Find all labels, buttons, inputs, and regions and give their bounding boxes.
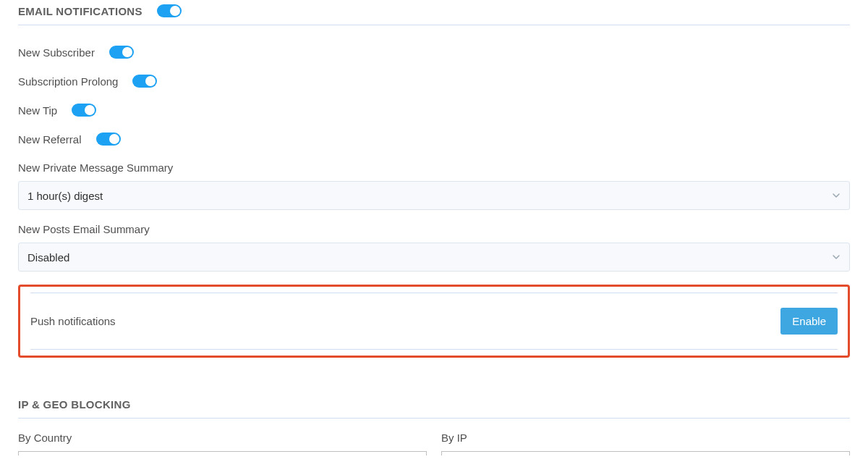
new-referral-toggle[interactable] — [96, 133, 121, 146]
toggle-knob-icon — [122, 47, 132, 57]
geo-columns: By Country By IP — [18, 432, 850, 455]
toggle-knob-icon — [109, 134, 119, 144]
toggle-knob-icon — [145, 76, 156, 86]
new-subscriber-row: New Subscriber — [18, 38, 850, 67]
subscription-prolong-toggle[interactable] — [132, 75, 157, 88]
by-ip-input[interactable] — [441, 451, 850, 455]
ip-geo-title: IP & GEO BLOCKING — [18, 398, 131, 411]
by-ip-column: By IP — [441, 432, 850, 455]
chevron-down-icon — [832, 191, 841, 200]
push-notifications-label: Push notifications — [30, 315, 116, 327]
pm-summary-label: New Private Message Summary — [18, 161, 850, 174]
new-subscriber-label: New Subscriber — [18, 46, 95, 59]
email-notifications-master-toggle[interactable] — [157, 4, 182, 17]
posts-summary-value: Disabled — [27, 251, 69, 264]
ip-geo-section: IP & GEO BLOCKING By Country By IP — [18, 394, 850, 455]
by-ip-label: By IP — [441, 432, 850, 444]
posts-summary-label: New Posts Email Summary — [18, 223, 850, 235]
chevron-down-icon — [832, 253, 841, 261]
by-country-input[interactable] — [18, 451, 427, 455]
toggle-knob-icon — [170, 6, 180, 16]
posts-summary-select[interactable]: Disabled — [18, 243, 850, 272]
divider — [18, 25, 850, 25]
pm-summary-select[interactable]: 1 hour(s) digest — [18, 181, 850, 210]
push-notifications-highlight: Push notifications Enable — [18, 285, 850, 358]
subscription-prolong-label: Subscription Prolong — [18, 75, 118, 88]
by-country-column: By Country — [18, 432, 427, 455]
push-notifications-row: Push notifications Enable — [30, 293, 838, 350]
new-tip-toggle[interactable] — [72, 104, 96, 117]
new-subscriber-toggle[interactable] — [109, 46, 134, 59]
subscription-prolong-row: Subscription Prolong — [18, 67, 850, 96]
by-country-label: By Country — [18, 432, 427, 444]
pm-summary-value: 1 hour(s) digest — [27, 190, 103, 202]
push-enable-button[interactable]: Enable — [780, 308, 838, 335]
email-notifications-title: EMAIL NOTIFICATIONS — [18, 5, 142, 17]
new-referral-label: New Referral — [18, 133, 82, 146]
toggle-knob-icon — [85, 105, 95, 115]
email-notifications-header: EMAIL NOTIFICATIONS — [18, 0, 850, 25]
divider — [18, 418, 850, 419]
ip-geo-header: IP & GEO BLOCKING — [18, 394, 850, 418]
new-referral-row: New Referral — [18, 125, 850, 154]
new-tip-label: New Tip — [18, 104, 57, 117]
new-tip-row: New Tip — [18, 96, 850, 125]
